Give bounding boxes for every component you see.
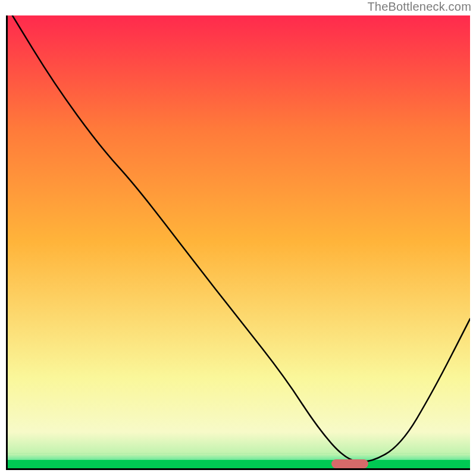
- curve-line: [8, 15, 470, 468]
- optimal-marker: [331, 459, 368, 468]
- attribution-text: TheBottleneck.com: [367, 0, 471, 14]
- axes: [6, 15, 470, 470]
- plot-area: [8, 15, 470, 468]
- chart-frame: TheBottleneck.com: [0, 0, 476, 476]
